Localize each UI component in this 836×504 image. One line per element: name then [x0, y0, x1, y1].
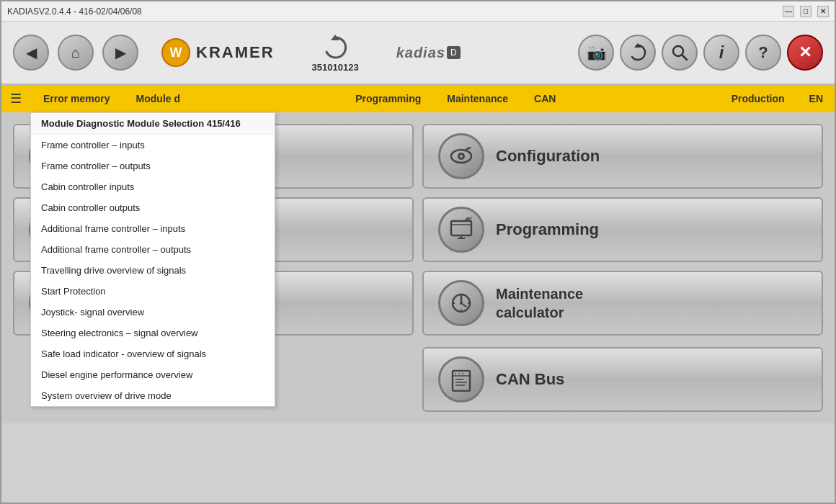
kadias-logo: kadias D [396, 45, 461, 61]
home-button[interactable]: ⌂ [58, 35, 94, 71]
forward-button[interactable]: ▶ [102, 35, 138, 71]
dropdown-item-11[interactable]: Safe load indicator - overview of signal… [31, 343, 275, 364]
home-icon: ⌂ [71, 45, 80, 61]
search-icon [670, 42, 690, 63]
help-button[interactable]: ? [745, 35, 781, 71]
configuration-icon [438, 133, 484, 179]
can-bus-button[interactable]: CAN Bus [422, 347, 823, 412]
nav-language[interactable]: EN [798, 93, 835, 104]
maintenance-calc-label: Maintenancecalculator [496, 284, 583, 322]
maintenance-calc-icon [438, 280, 484, 326]
refresh-button[interactable] [620, 35, 656, 71]
dropdown-item-7[interactable]: Travelling drive overview of signals [31, 260, 275, 281]
dropdown-item-9[interactable]: Joystick- signal overview [31, 302, 275, 323]
kadias-badge: D [447, 46, 461, 59]
nav-production[interactable]: Production [719, 85, 798, 112]
dropdown-item-4[interactable]: Cabin controller outputs [31, 197, 275, 218]
close-icon: ✕ [799, 43, 811, 62]
configuration-label: Configuration [496, 147, 600, 166]
weidemann-logo: W [161, 38, 190, 67]
dropdown-item-1[interactable]: Frame controller – inputs [31, 135, 275, 156]
info-icon: i [719, 42, 724, 63]
hamburger-icon: ☰ [10, 91, 22, 107]
nav-programming[interactable]: Programming [342, 85, 434, 112]
back-button[interactable]: ◀ [13, 35, 49, 71]
help-icon: ? [758, 43, 768, 62]
dropdown-menu: Module Diagnostic Module Selection 415/4… [30, 112, 275, 407]
dropdown-item-5[interactable]: Additional frame controller – inputs [31, 218, 275, 239]
svg-rect-14 [451, 221, 471, 235]
navbar: ☰ Error memory Module d Programming Main… [1, 85, 835, 112]
kadias-text: kadias [396, 45, 445, 61]
maintenance-calc-button[interactable]: Maintenancecalculator [422, 271, 823, 336]
dropdown-item-3[interactable]: Cabin controller inputs [31, 176, 275, 197]
svg-point-26 [460, 302, 463, 305]
minimize-button[interactable]: — [783, 6, 794, 17]
nav-module-d[interactable]: Module d [123, 85, 193, 112]
camera-button[interactable]: 📷 [578, 35, 614, 71]
serial-area: 351010123 [312, 33, 359, 73]
nav-can[interactable]: CAN [521, 85, 569, 112]
nav-maintenance[interactable]: Maintenance [434, 85, 521, 112]
dropdown-item-12[interactable]: Diesel engine performance overview [31, 364, 275, 385]
titlebar-controls: — □ ✕ [783, 6, 829, 17]
brand-name: KRAMER [196, 43, 275, 62]
programming-icon [438, 207, 484, 253]
nav-error-memory[interactable]: Error memory [30, 85, 123, 112]
maximize-button[interactable]: □ [800, 6, 811, 17]
header-right-buttons: 📷 i ? ✕ [578, 35, 823, 71]
titlebar: KADIASV2.0.4.4 - 416-02/04/06/08 — □ ✕ [1, 1, 835, 22]
close-button[interactable]: ✕ [817, 6, 829, 17]
logo-area: W KRAMER [161, 38, 275, 67]
dropdown-item-10[interactable]: Steering electronics – signal overview [31, 323, 275, 343]
refresh-circle-icon [628, 42, 648, 63]
dropdown-item-6[interactable]: Additional frame controller – outputs [31, 239, 275, 260]
can-bus-label: CAN Bus [496, 370, 564, 389]
titlebar-title: KADIASV2.0.4.4 - 416-02/04/06/08 [7, 6, 142, 17]
zoom-button[interactable] [662, 35, 698, 71]
exit-button[interactable]: ✕ [787, 35, 823, 71]
svg-point-8 [460, 155, 463, 158]
camera-icon: 📷 [587, 43, 606, 62]
configuration-button[interactable]: Configuration [422, 124, 823, 189]
back-icon: ◀ [26, 44, 37, 61]
can-bus-icon [438, 356, 484, 402]
dropdown-item-2[interactable]: Frame controller – outputs [31, 156, 275, 176]
hamburger-button[interactable]: ☰ [1, 85, 30, 112]
programming-button[interactable]: Programming [422, 197, 823, 262]
refresh-icon [321, 33, 350, 62]
logo-letter: W [170, 45, 182, 60]
dropdown-item-13[interactable]: System overview of drive mode [31, 385, 275, 406]
dropdown-item-0[interactable]: Module Diagnostic Module Selection 415/4… [31, 113, 275, 135]
header: ◀ ⌂ ▶ W KRAMER 351010123 kadias D 📷 [1, 22, 835, 85]
dropdown-item-8[interactable]: Start Protection [31, 281, 275, 302]
svg-line-3 [682, 55, 687, 60]
info-button[interactable]: i [703, 35, 739, 71]
serial-number: 351010123 [312, 62, 359, 73]
programming-label: Programming [496, 220, 599, 239]
forward-icon: ▶ [115, 44, 126, 61]
